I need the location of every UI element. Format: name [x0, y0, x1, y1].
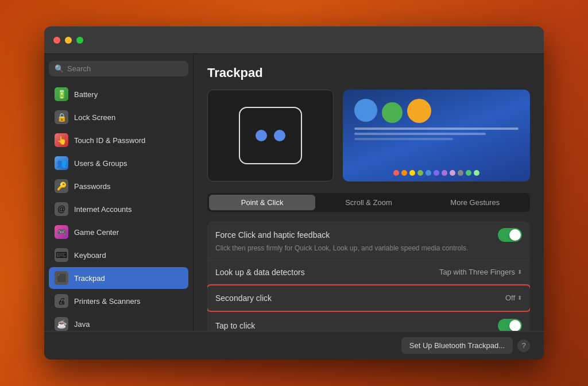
system-preferences-window: 🔍 🔋Battery🔒Lock Screen👆Touch ID & Passwo…	[44, 26, 544, 360]
force-click-row[interactable]: Force Click and haptic feedback Click th…	[207, 221, 530, 261]
force-click-header: Force Click and haptic feedback	[215, 228, 522, 242]
force-click-toggle[interactable]	[498, 228, 522, 242]
trackpad-dot-left	[256, 130, 267, 141]
users-groups-label: Users & Groups	[74, 159, 127, 168]
color-dot	[474, 170, 479, 176]
look-up-arrows: ⬍	[517, 269, 522, 275]
tap-to-click-knob	[509, 320, 521, 331]
printers-scanners-label: Printers & Scanners	[74, 297, 141, 306]
sidebar-item-lock-screen[interactable]: 🔒Lock Screen	[49, 106, 188, 128]
secondary-click-value: Off	[505, 294, 515, 302]
sidebar: 🔍 🔋Battery🔒Lock Screen👆Touch ID & Passwo…	[44, 54, 194, 331]
touch-id-label: Touch ID & Password	[74, 136, 145, 145]
gesture-line-1	[354, 128, 519, 130]
internet-accounts-icon: @	[55, 202, 68, 216]
passwords-icon: 🔑	[55, 179, 68, 193]
maximize-button[interactable]	[76, 37, 83, 44]
minimize-button[interactable]	[65, 37, 72, 44]
gesture-preview	[343, 90, 530, 182]
lock-screen-icon: 🔒	[55, 110, 68, 124]
secondary-click-arrows: ⬍	[517, 295, 522, 301]
tap-to-click-label: Tap to click	[215, 321, 255, 330]
keyboard-icon: ⌨	[55, 248, 68, 262]
game-center-icon: 🎮	[55, 225, 68, 239]
trackpad-preview	[207, 90, 334, 182]
traffic-lights	[53, 37, 83, 44]
look-up-value: Tap with Three Fingers	[439, 268, 515, 276]
color-dot	[466, 170, 471, 176]
search-input[interactable]	[67, 64, 183, 73]
sidebar-item-touch-id[interactable]: 👆Touch ID & Password	[49, 129, 188, 151]
color-dot	[417, 170, 423, 176]
tab-more-gestures[interactable]: More Gestures	[422, 195, 528, 210]
look-up-header: Look up & data detectors Tap with Three …	[215, 268, 522, 277]
color-dot	[401, 170, 407, 176]
blob-green	[382, 102, 403, 123]
preview-section	[207, 90, 530, 182]
trackpad-dot-right	[274, 130, 285, 141]
blob-orange	[407, 99, 431, 123]
force-click-desc: Click then press firmly for Quick Look, …	[215, 244, 522, 253]
trackpad-shape	[239, 107, 302, 164]
users-groups-icon: 👥	[55, 156, 68, 170]
gesture-line-2	[354, 133, 486, 135]
blob-blue	[354, 99, 377, 122]
sidebar-item-java[interactable]: ☕Java	[49, 313, 188, 331]
sidebar-item-keyboard[interactable]: ⌨Keyboard	[49, 244, 188, 266]
sidebar-items: 🔋Battery🔒Lock Screen👆Touch ID & Password…	[49, 83, 188, 331]
gesture-lines	[354, 128, 519, 140]
secondary-click-row[interactable]: Secondary click Off ⬍	[207, 284, 530, 312]
internet-accounts-label: Internet Accounts	[74, 205, 131, 214]
tabs-bar: Point & Click Scroll & Zoom More Gesture…	[207, 193, 530, 212]
color-dot	[425, 170, 431, 176]
sidebar-item-users-groups[interactable]: 👥Users & Groups	[49, 152, 188, 174]
look-up-label: Look up & data detectors	[215, 268, 305, 277]
java-icon: ☕	[55, 317, 68, 331]
main-content: 🔍 🔋Battery🔒Lock Screen👆Touch ID & Passwo…	[44, 54, 544, 331]
search-icon: 🔍	[55, 64, 64, 73]
tap-to-click-toggle[interactable]	[498, 319, 522, 331]
lock-screen-label: Lock Screen	[74, 113, 115, 122]
sidebar-item-printers-scanners[interactable]: 🖨Printers & Scanners	[49, 290, 188, 312]
settings-section: Force Click and haptic feedback Click th…	[207, 221, 530, 331]
touch-id-icon: 👆	[55, 133, 68, 147]
color-dot	[393, 170, 399, 176]
sidebar-item-battery[interactable]: 🔋Battery	[49, 83, 188, 105]
printers-scanners-icon: 🖨	[55, 294, 68, 308]
bluetooth-button[interactable]: Set Up Bluetooth Trackpad...	[401, 337, 513, 354]
tap-to-click-row[interactable]: Tap to click Tap with one finger	[207, 312, 530, 331]
bottom-bar: Set Up Bluetooth Trackpad... ?	[44, 331, 544, 360]
secondary-click-dropdown[interactable]: Off ⬍	[505, 294, 522, 302]
java-label: Java	[74, 320, 90, 329]
tab-point-click[interactable]: Point & Click	[209, 195, 315, 210]
page-title: Trackpad	[207, 65, 530, 80]
color-dot	[409, 170, 415, 176]
keyboard-label: Keyboard	[74, 251, 106, 260]
color-dot	[458, 170, 463, 176]
look-up-row[interactable]: Look up & data detectors Tap with Three …	[207, 261, 530, 284]
gesture-line-3	[354, 138, 453, 140]
sidebar-item-internet-accounts[interactable]: @Internet Accounts	[49, 198, 188, 220]
secondary-click-label: Secondary click	[215, 294, 272, 303]
force-click-label: Force Click and haptic feedback	[215, 230, 330, 240]
close-button[interactable]	[53, 37, 60, 44]
game-center-label: Game Center	[74, 228, 119, 237]
tap-to-click-header: Tap to click	[215, 319, 522, 331]
title-bar	[44, 26, 544, 54]
trackpad-icon: ⬛	[55, 271, 68, 285]
main-panel: Trackpad	[194, 54, 544, 331]
color-dot	[442, 170, 447, 176]
passwords-label: Passwords	[74, 182, 111, 191]
sidebar-item-passwords[interactable]: 🔑Passwords	[49, 175, 188, 197]
help-button[interactable]: ?	[517, 339, 530, 352]
tab-scroll-zoom[interactable]: Scroll & Zoom	[315, 195, 421, 210]
sidebar-item-trackpad[interactable]: ⬛Trackpad	[49, 267, 188, 289]
look-up-dropdown[interactable]: Tap with Three Fingers ⬍	[439, 268, 522, 276]
trackpad-label: Trackpad	[74, 274, 105, 283]
search-box[interactable]: 🔍	[49, 61, 188, 76]
secondary-click-header: Secondary click Off ⬍	[215, 294, 522, 303]
toggle-knob	[509, 229, 521, 241]
color-dot	[450, 170, 455, 176]
sidebar-item-game-center[interactable]: 🎮Game Center	[49, 221, 188, 243]
battery-icon: 🔋	[55, 87, 68, 101]
